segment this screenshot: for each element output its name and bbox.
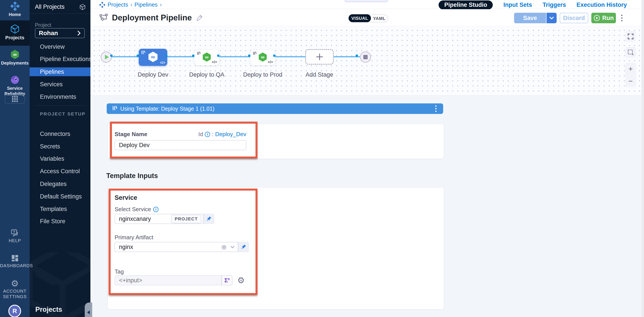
- nav-deployments[interactable]: ∞ Deployments: [0, 50, 30, 66]
- sidebar-item-file-store[interactable]: File Store: [30, 217, 90, 226]
- canvas-select-button[interactable]: [625, 47, 636, 58]
- sidebar-item-connectors[interactable]: Connectors: [30, 130, 90, 138]
- template-inputs-heading: Template Inputs: [106, 172, 158, 180]
- stage-node-deploy-to-prod[interactable]: ∞ </>: [250, 50, 275, 66]
- breadcrumb-pipelines-link[interactable]: Pipelines: [134, 1, 158, 8]
- toggle-yaml[interactable]: YAML: [371, 16, 388, 21]
- add-stage-button[interactable]: [305, 49, 334, 64]
- edit-pencil-icon[interactable]: [196, 14, 203, 22]
- pipeline-flow-icon: [99, 14, 108, 22]
- dashboards-icon: [11, 254, 19, 263]
- sidebar-divider: [35, 105, 85, 106]
- sidebar-item-delegates[interactable]: Delegates: [30, 180, 90, 188]
- visual-yaml-toggle[interactable]: VISUAL YAML: [348, 14, 388, 22]
- expression-button[interactable]: Σx: [222, 275, 232, 286]
- stage-id-value[interactable]: Deploy_Dev: [215, 131, 246, 138]
- sidebar-item-default-settings[interactable]: Default Settings: [30, 192, 90, 201]
- template-bars-icon: [112, 106, 117, 112]
- cd-stage-icon: ∞: [258, 52, 268, 63]
- sidebar-item-services[interactable]: Services: [30, 80, 90, 89]
- nav-projects[interactable]: Projects: [0, 20, 30, 46]
- stage-node-deploy-to-qa[interactable]: ∞ </>: [194, 50, 219, 66]
- page-title: Deployment Pipeline: [112, 13, 192, 22]
- svg-text:∞: ∞: [13, 52, 16, 57]
- tab-pipeline-studio[interactable]: Pipeline Studio: [438, 0, 493, 10]
- module-grid-button[interactable]: [5, 94, 25, 104]
- tag-label: Tag: [114, 268, 124, 275]
- svg-text:?: ?: [13, 230, 15, 234]
- nav-account-settings[interactable]: ⚙ ACCOUNTSETTINGS: [0, 278, 30, 300]
- svg-text:∞: ∞: [205, 54, 208, 60]
- info-icon[interactable]: i: [153, 207, 158, 212]
- stop-square-icon: [363, 55, 368, 59]
- sidebar-item-variables[interactable]: Variables: [30, 154, 90, 163]
- select-service-label: Select Service: [114, 206, 151, 213]
- save-options-button[interactable]: [546, 13, 557, 23]
- stage-name-card: Stage Name Id i : Deploy_Dev: [108, 124, 444, 159]
- chevron-down-icon: [549, 16, 554, 20]
- stage-name-input[interactable]: [114, 140, 246, 150]
- template-inputs-card: Service Select Service i nginxcanary PRO…: [108, 187, 444, 310]
- select-service-field[interactable]: nginxcanary PROJECT: [114, 214, 204, 224]
- all-projects-cube-icon[interactable]: [79, 4, 86, 10]
- sidebar-item-secrets[interactable]: Secrets: [30, 142, 90, 151]
- run-button[interactable]: Run: [591, 13, 616, 23]
- tag-settings-gear-icon[interactable]: ⚙: [237, 276, 245, 285]
- tab-execution-history[interactable]: Execution History: [576, 2, 627, 8]
- sidebar-item-pipeline-executions[interactable]: Pipeline Executions: [30, 55, 90, 64]
- pipeline-menu-kebab[interactable]: [619, 14, 625, 22]
- stage-config-panel: Using Template: Deploy Stage 1 (1.01) St…: [90, 96, 641, 317]
- breadcrumb-separator: ›: [160, 1, 162, 8]
- sidebar-item-templates[interactable]: Templates: [30, 204, 90, 214]
- connector-dot: [273, 54, 276, 57]
- discard-button[interactable]: Discard: [560, 13, 588, 23]
- nav-service-reliability[interactable]: ServiceReliability: [0, 75, 30, 96]
- service-pin-button[interactable]: [204, 214, 214, 224]
- save-button[interactable]: Save: [514, 13, 546, 23]
- stage-node-deploy-dev[interactable]: ∞ </>: [139, 49, 167, 66]
- stage-label-deploy-to-prod: Deploy to Prod: [243, 71, 282, 78]
- tab-triggers[interactable]: Triggers: [542, 2, 566, 8]
- page-scrollbar[interactable]: [641, 0, 644, 317]
- run-play-icon: [594, 15, 600, 21]
- tab-input-sets[interactable]: Input Sets: [503, 2, 532, 8]
- user-avatar[interactable]: R: [8, 305, 21, 317]
- marquee-selection-icon: [628, 49, 634, 55]
- pipeline-canvas[interactable]: ∞ </> ∞ </> ∞ </>: [90, 26, 641, 96]
- clear-icon[interactable]: ⊗: [221, 243, 227, 251]
- sidebar-item-pipelines[interactable]: Pipelines: [30, 68, 90, 76]
- nav-dashboards[interactable]: DASHBOARDS: [0, 254, 30, 268]
- gear-icon: ⚙: [11, 278, 19, 288]
- sidebar-item-access-control[interactable]: Access Control: [30, 167, 90, 176]
- template-bars-icon: [253, 52, 256, 56]
- add-stage-label: Add Stage: [306, 71, 333, 78]
- connector-dot: [217, 54, 220, 57]
- canvas-fit-view-button[interactable]: [625, 31, 636, 42]
- toggle-visual[interactable]: VISUAL: [348, 14, 371, 22]
- nav-help-label: HELP: [0, 238, 30, 244]
- zoom-in-button[interactable]: +: [628, 66, 633, 72]
- nav-help[interactable]: ? HELP: [0, 229, 30, 244]
- info-icon[interactable]: i: [205, 132, 210, 137]
- nav-home-label: Home: [0, 12, 30, 17]
- artifact-pin-button[interactable]: [238, 242, 249, 252]
- tag-input[interactable]: [114, 275, 222, 286]
- cd-stage-icon: ∞: [147, 51, 159, 64]
- sidebar-item-environments[interactable]: Environments: [30, 92, 90, 101]
- sidebar-divider: [30, 14, 90, 14]
- nav-home[interactable]: Home: [0, 2, 30, 17]
- artifact-value: nginx: [119, 244, 221, 250]
- template-menu-kebab[interactable]: [433, 104, 439, 113]
- breadcrumb-projects-link[interactable]: Projects: [108, 1, 128, 8]
- project-selector[interactable]: Rohan: [35, 28, 85, 38]
- chevron-down-icon[interactable]: [230, 246, 235, 248]
- all-projects-link[interactable]: All Projects: [35, 4, 64, 10]
- svg-text:∞: ∞: [151, 54, 155, 60]
- sidebar-item-overview[interactable]: Overview: [30, 42, 90, 51]
- stage-label-deploy-to-qa: Deploy to QA: [189, 71, 224, 78]
- sidebar-collapse-handle[interactable]: [85, 302, 92, 317]
- zoom-out-button[interactable]: −: [628, 78, 633, 84]
- pipeline-end-node: [360, 52, 371, 62]
- primary-artifact-field[interactable]: nginx ⊗: [114, 242, 238, 252]
- service-value: nginxcanary: [119, 216, 151, 222]
